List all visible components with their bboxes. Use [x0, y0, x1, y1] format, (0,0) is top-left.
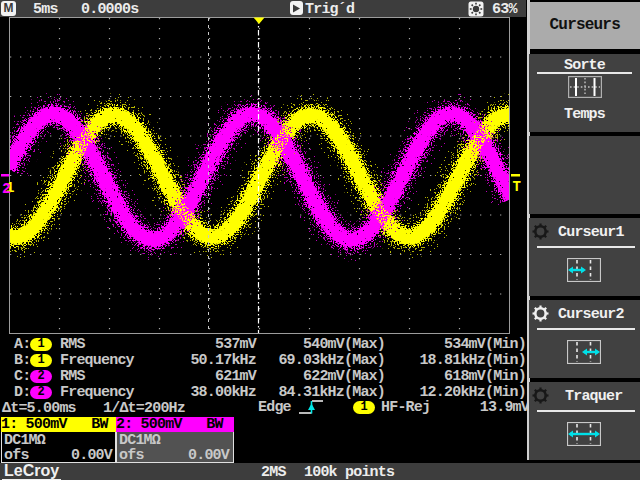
svg-text:2: 2	[2, 181, 11, 198]
svg-text:T: T	[513, 179, 521, 195]
